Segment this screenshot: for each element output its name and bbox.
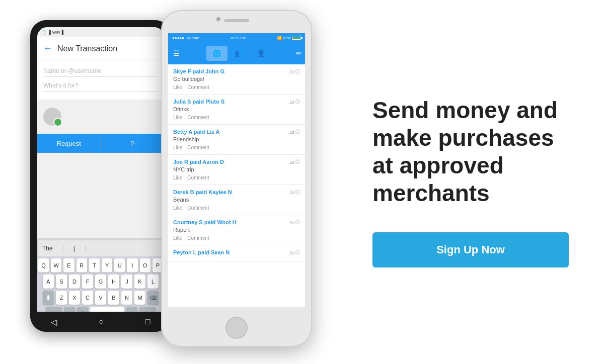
android-phone: 🕐 ▐ WiFi ▐ ← New Transaction Name or @us… <box>30 20 171 332</box>
back-arrow-icon[interactable]: ← <box>43 43 52 54</box>
like-btn-0[interactable]: Like <box>173 84 182 90</box>
key-o[interactable]: O <box>140 258 150 272</box>
purpose-input[interactable]: What's it for? <box>43 80 158 92</box>
iphone-screen: ●●●●● Venmo 4:31 PM 📶 81% ☰ 🌐 <box>168 33 305 307</box>
info-icon-3: ⓘ <box>295 159 300 165</box>
wifi-icon: WiFi <box>52 30 60 35</box>
pay-button[interactable]: P <box>101 134 165 153</box>
key-z[interactable]: Z <box>56 291 67 305</box>
comment-btn-2[interactable]: Comment <box>187 145 209 150</box>
feed-time-2: .1s ⓘ <box>288 129 300 135</box>
feed-actions-5: Like Comment <box>173 235 300 241</box>
like-btn-4[interactable]: Like <box>173 205 182 211</box>
venmo-feed: Skye F paid John G .1s ⓘ Go bulldogs! Li… <box>168 64 305 307</box>
home-nav-icon[interactable]: ○ <box>99 317 104 326</box>
clock-icon: 🕐 <box>41 30 46 35</box>
key-l[interactable]: L <box>147 275 159 289</box>
battery-fill <box>293 37 299 39</box>
key-d[interactable]: D <box>69 275 80 289</box>
comment-btn-0[interactable]: Comment <box>187 84 209 90</box>
signal-icon: ▐ <box>48 30 51 35</box>
key-k[interactable]: K <box>134 275 145 289</box>
key-i[interactable]: I <box>127 258 137 272</box>
backspace-key[interactable]: ⌫ <box>147 291 159 305</box>
iphone-home-button[interactable] <box>225 317 248 339</box>
time-text-1: .1s <box>288 100 294 105</box>
shift-key[interactable]: ⬆ <box>43 291 54 305</box>
feed-item-header-4: Derek B paid Kaylee N .1s ⓘ <box>173 189 300 196</box>
like-btn-2[interactable]: Like <box>173 145 182 150</box>
tab-globe[interactable]: 🌐 <box>206 46 227 61</box>
key-g[interactable]: G <box>95 275 106 289</box>
key-f[interactable]: F <box>82 275 93 289</box>
feed-desc-2: Friendship <box>173 136 300 142</box>
keyboard-row-1: Q W E R T Y U I O P <box>38 258 163 272</box>
comment-btn-5[interactable]: Comment <box>187 235 209 241</box>
feed-names-1: Julia S paid Pluto S <box>173 99 224 105</box>
key-r[interactable]: R <box>77 258 87 272</box>
time-text-0: .1s <box>288 69 294 74</box>
key-e[interactable]: E <box>63 258 74 272</box>
request-button[interactable]: Request <box>37 134 101 153</box>
feed-time-5: .1s ⓘ <box>288 219 300 226</box>
key-b[interactable]: B <box>108 291 119 305</box>
battery-text: ▐ <box>60 30 63 35</box>
feed-names-2: Betty A paid Liz A <box>173 129 219 135</box>
key-s[interactable]: S <box>56 275 67 289</box>
avatar <box>43 108 61 126</box>
key-v[interactable]: V <box>95 291 106 305</box>
like-btn-5[interactable]: Like <box>173 235 182 241</box>
feed-names-4: Derek B paid Kaylee N <box>173 189 232 195</box>
key-c[interactable]: C <box>82 291 93 305</box>
feed-item-1: Julia S paid Pluto S .1s ⓘ Drinks Like C… <box>168 95 305 125</box>
key-q[interactable]: Q <box>38 258 49 272</box>
like-btn-1[interactable]: Like <box>173 115 182 120</box>
like-btn-3[interactable]: Like <box>173 175 182 180</box>
key-h[interactable]: H <box>108 275 119 289</box>
compose-icon[interactable]: ✏ <box>296 49 302 57</box>
name-input[interactable]: Name or @username <box>43 65 158 77</box>
battery-percent: 81% <box>283 36 291 40</box>
time-text-5: .1s <box>288 220 294 225</box>
feed-names-5: Courtney S paid Woot H <box>173 219 237 225</box>
venmo-status-bar: ●●●●● Venmo 4:31 PM 📶 81% <box>168 33 305 42</box>
feed-item-header-1: Julia S paid Pluto S .1s ⓘ <box>173 99 300 105</box>
status-left: ●●●●● Venmo <box>172 36 199 40</box>
comment-btn-3[interactable]: Comment <box>187 175 209 180</box>
key-x[interactable]: X <box>69 291 80 305</box>
back-nav-icon[interactable]: ◁ <box>51 317 57 327</box>
feed-time-4: .1s ⓘ <box>288 189 300 196</box>
key-n[interactable]: N <box>121 291 132 305</box>
venmo-tabs: 🌐 👥 👤 <box>206 46 272 61</box>
comment-btn-1[interactable]: Comment <box>187 115 209 120</box>
suggestion-the[interactable]: The <box>42 245 63 252</box>
signup-button[interactable]: Sign Up Now <box>372 232 569 267</box>
recents-nav-icon[interactable]: □ <box>145 317 150 326</box>
key-j[interactable]: J <box>121 275 132 289</box>
tab-person[interactable]: 👤 <box>251 46 272 61</box>
comment-btn-4[interactable]: Comment <box>187 205 209 211</box>
key-w[interactable]: W <box>51 258 61 272</box>
carrier-dots: ●●●●● <box>172 36 184 40</box>
feed-item-header-6: Peyton L paid Sean N .1s ⓘ <box>173 249 300 256</box>
hamburger-icon[interactable]: ☰ <box>171 47 182 59</box>
feed-names-3: Joe R paid Aaron D <box>173 159 224 165</box>
key-t[interactable]: T <box>89 258 100 272</box>
key-a[interactable]: A <box>43 275 54 289</box>
tab-friends[interactable]: 👥 <box>229 46 250 61</box>
keyboard-row-3: ⬆ Z X C V B N M ⌫ <box>38 291 163 305</box>
key-u[interactable]: U <box>114 258 125 272</box>
iphone: ●●●●● Venmo 4:31 PM 📶 81% ☰ 🌐 <box>161 10 312 347</box>
info-icon-5: ⓘ <box>295 219 300 226</box>
info-icon-4: ⓘ <box>295 189 300 196</box>
feed-item-2: Betty A paid Liz A .1s ⓘ Friendship Like… <box>168 125 305 155</box>
feed-desc-4: Beans <box>173 197 300 203</box>
feed-time-0: .1s ⓘ <box>288 68 300 75</box>
time-text-3: .1s <box>288 160 294 165</box>
key-y[interactable]: Y <box>102 258 112 272</box>
carrier-name: Venmo <box>187 36 199 40</box>
android-request-pay-bar: Request P <box>37 134 164 153</box>
wifi-status-icon: 📶 <box>277 36 282 40</box>
keyboard-row-2: A S D F G H J K L <box>38 275 163 289</box>
key-m[interactable]: M <box>134 291 145 305</box>
